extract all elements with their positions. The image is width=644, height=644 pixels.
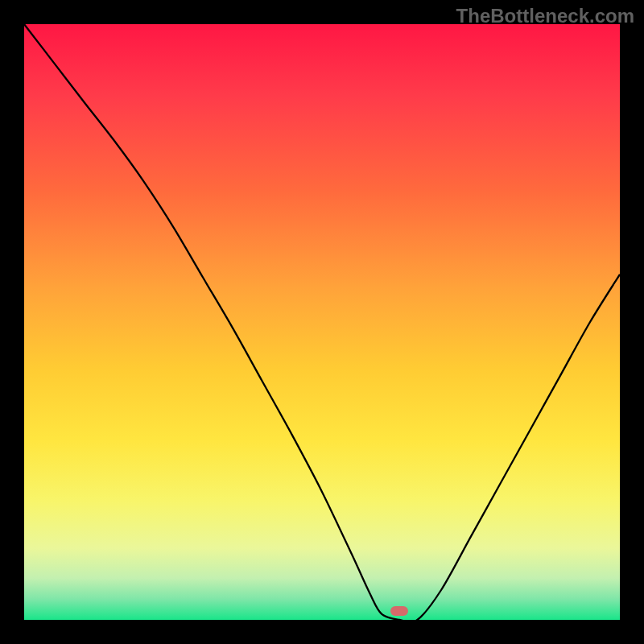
plot-frame	[24, 24, 620, 620]
chart-wrapper: TheBottleneck.com	[0, 0, 644, 644]
watermark-text: TheBottleneck.com	[456, 5, 634, 27]
gradient-background	[24, 24, 620, 620]
bottleneck-chart	[24, 24, 620, 620]
optimum-marker	[390, 606, 408, 616]
